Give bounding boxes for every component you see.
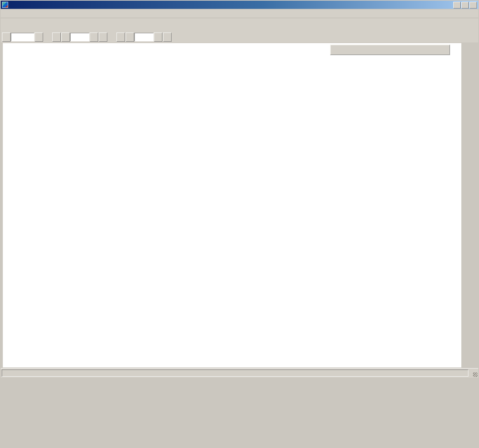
width-step-left-button[interactable] xyxy=(61,33,70,42)
resize-grip[interactable] xyxy=(473,372,478,377)
status-path xyxy=(2,370,468,377)
zoom-minus-button[interactable] xyxy=(2,33,11,42)
width-step-right-button[interactable] xyxy=(90,33,98,42)
status-bar xyxy=(1,368,478,378)
height-value-field[interactable] xyxy=(134,33,154,41)
seismic-plot-area[interactable] xyxy=(3,43,461,367)
file-path-label xyxy=(330,45,450,55)
height-minus-button[interactable] xyxy=(116,33,125,42)
seismogram-canvas[interactable] xyxy=(3,52,461,356)
close-button[interactable] xyxy=(469,2,477,8)
time-axis-bottom xyxy=(3,356,461,367)
width-plus-button[interactable] xyxy=(99,33,107,42)
maximize-button[interactable] xyxy=(461,2,469,8)
height-step-right-button[interactable] xyxy=(154,33,162,42)
refraction-window xyxy=(0,0,479,448)
minimize-button[interactable] xyxy=(453,2,461,8)
height-plus-button[interactable] xyxy=(163,33,172,42)
height-step-left-button[interactable] xyxy=(126,33,134,42)
app-icon xyxy=(2,2,8,8)
width-minus-button[interactable] xyxy=(52,33,61,42)
menu-bar xyxy=(1,10,478,18)
toolbar xyxy=(1,18,478,31)
title-bar[interactable] xyxy=(1,1,478,9)
width-value-field[interactable] xyxy=(70,33,89,41)
zoom-plus-button[interactable] xyxy=(35,33,43,42)
control-bar xyxy=(1,31,478,42)
zoom-value-field[interactable] xyxy=(11,33,34,41)
